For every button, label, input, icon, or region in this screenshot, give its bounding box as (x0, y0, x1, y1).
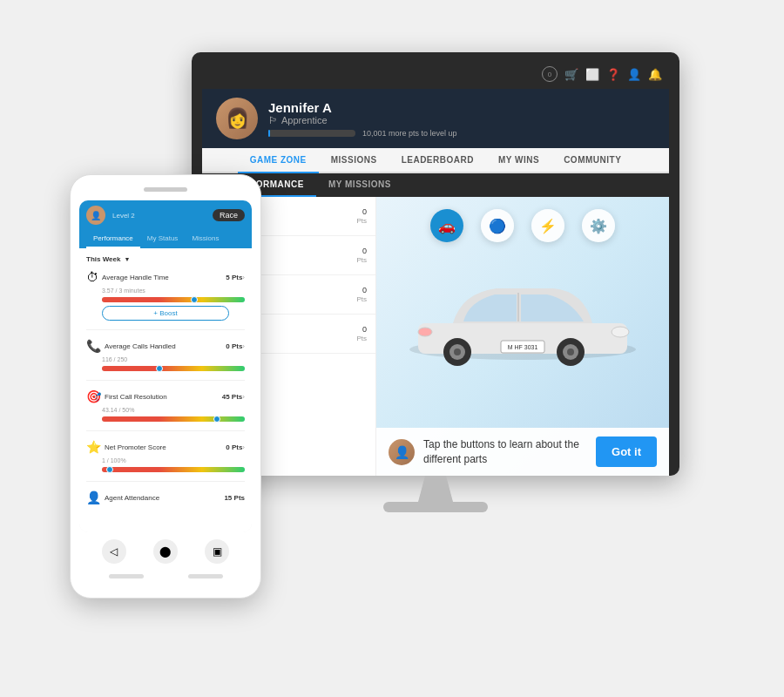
xp-bar (268, 130, 355, 137)
metric-pts: 0 Pts (356, 207, 367, 225)
phone-speaker (144, 187, 187, 192)
car-svg: M HF 3031 (401, 267, 645, 371)
metric-progress-bar (102, 297, 245, 302)
metric-sub: 1 / 100% (102, 457, 245, 464)
metric-nps: ⭐ Net Promoter Score 0 Pts › 1 / 100% (86, 440, 245, 482)
nav-missions[interactable]: MISSIONS (319, 148, 389, 173)
main-content: 0 Series 0 Pts wledge (202, 197, 669, 476)
nav-game-zone[interactable]: GAME ZONE (238, 148, 319, 173)
phone-outer: 👤 Level 2 Race Performance My Status Mis… (70, 174, 261, 599)
person-icon: 👤 (86, 491, 101, 504)
svg-point-3 (612, 327, 629, 337)
chevron-right-icon: › (242, 443, 245, 451)
car-part-button-3[interactable]: ⚡ (531, 209, 564, 242)
profile-info: Jennifer A 🏳 Apprentice 10,001 more pts … (268, 100, 655, 138)
chevron-down-icon: ▼ (124, 256, 130, 262)
monitor-top-bar: 0 🛒 ⬜ ❓ 👤 🔔 (202, 63, 669, 89)
got-it-button[interactable]: Got it (596, 436, 657, 467)
target-icon: 🎯 (86, 389, 101, 403)
svg-point-10 (567, 348, 574, 355)
hw-button-left (109, 574, 144, 579)
metric-sub: 3.57 / 3 minutes (102, 288, 245, 294)
metric-attendance: 👤 Agent Attendance 15 Pts (86, 491, 245, 517)
hw-button-right (188, 574, 223, 579)
svg-text:M HF 3031: M HF 3031 (508, 344, 538, 350)
phone-bottom-buttons (79, 567, 252, 585)
metric-pts: 0 Pts (356, 286, 367, 303)
metric-progress-bar (102, 416, 245, 422)
star-icon: ⭐ (86, 440, 101, 454)
mobile-phone: 👤 Level 2 Race Performance My Status Mis… (70, 174, 261, 599)
user-icon[interactable]: 👤 (627, 68, 641, 81)
metric-handle-time: ⏱ Average Handle Time 5 Pts › 3.57 / 3 m… (86, 270, 245, 330)
points-dot: 0 (542, 66, 558, 82)
metric-header: 📞 Average Calls Handled 0 Pts › (86, 339, 245, 353)
tooltip-overlay: 👤 Tap the buttons to learn about the dif… (376, 428, 669, 476)
phone-body: This Week ▼ ⏱ Average Handle Time 5 Pts … (79, 248, 252, 532)
phone-tabs: Performance My Status Missions (79, 230, 252, 248)
phone-home-bar: ◁ ⬤ ▣ (79, 532, 252, 567)
cart-icon[interactable]: 🛒 (564, 68, 578, 81)
tab-missions[interactable]: Missions (185, 230, 226, 248)
car-image: M HF 3031 (376, 249, 669, 389)
main-nav: GAME ZONE MISSIONS LEADERBOARD MY WINS C… (202, 148, 669, 173)
monitor-stand (192, 476, 679, 512)
phone-avatar: 👤 (86, 206, 105, 225)
profile-name: Jennifer A (268, 100, 655, 115)
metric-header: ⭐ Net Promoter Score 0 Pts › (86, 440, 245, 454)
stand-neck (418, 476, 453, 502)
xp-label: 10,001 more pts to level up (362, 129, 457, 138)
svg-point-7 (454, 348, 461, 355)
metric-fcr: 🎯 First Call Resolution 45 Pts › 43.14 /… (86, 389, 245, 431)
rank-flag-icon: 🏳 (268, 115, 278, 125)
profile-rank: 🏳 Apprentice (268, 115, 655, 125)
back-button[interactable]: ◁ (102, 539, 126, 564)
car-part-button-4[interactable]: ⚙️ (582, 209, 615, 242)
xp-bar-fill (268, 130, 270, 137)
home-button[interactable]: ⬤ (153, 539, 178, 564)
phone-screen: 👤 Level 2 Race Performance My Status Mis… (79, 200, 252, 532)
race-badge: Race (213, 209, 245, 221)
car-icons-row: 🚗 🔵 ⚡ ⚙️ (376, 197, 669, 249)
monitor-screen: 👩 Jennifer A 🏳 Apprentice 10,001 more pt… (202, 89, 669, 476)
svg-point-4 (418, 328, 432, 336)
avatar-image: 👩 (226, 107, 249, 130)
bell-icon[interactable]: 🔔 (648, 68, 662, 81)
metric-pts: 0 Pts (356, 247, 367, 264)
chevron-right-icon: › (242, 342, 245, 350)
chevron-right-icon: › (242, 274, 245, 281)
level-text: Level 2 (112, 212, 135, 220)
profile-progress-row: 10,001 more pts to level up (268, 129, 655, 138)
timer-icon: ⏱ (86, 270, 98, 284)
monitor-screen-outer: 0 🛒 ⬜ ❓ 👤 🔔 👩 Jennifer A 🏳 Apprentice (192, 52, 679, 476)
tooltip-avatar: 👤 (389, 439, 415, 465)
sub-nav-missions[interactable]: MY MISSIONS (316, 173, 403, 197)
metric-sub: 116 / 250 (102, 356, 245, 362)
avatar: 👩 (216, 98, 258, 139)
recents-button[interactable]: ▣ (205, 539, 229, 564)
car-part-button-2[interactable]: 🔵 (481, 209, 514, 242)
sub-nav: MY PERFORMANCE MY MISSIONS (202, 173, 669, 197)
nav-leaderboard[interactable]: LEADERBOARD (389, 148, 486, 173)
metric-progress-bar (102, 366, 245, 371)
car-part-button-1[interactable]: 🚗 (430, 209, 463, 242)
metric-sub: 43.14 / 50% (102, 407, 245, 413)
car-panel: 🚗 🔵 ⚡ ⚙️ (376, 197, 669, 476)
nav-community[interactable]: COMMUNITY (551, 148, 633, 173)
boost-button[interactable]: + Boost (102, 306, 229, 321)
tab-performance[interactable]: Performance (86, 230, 140, 248)
nav-my-wins[interactable]: MY WINS (486, 148, 551, 173)
metric-progress-bar (102, 467, 245, 472)
monitor: 0 🛒 ⬜ ❓ 👤 🔔 👩 Jennifer A 🏳 Apprentice (192, 52, 679, 512)
metric-header: ⏱ Average Handle Time 5 Pts › (86, 270, 245, 284)
tab-my-status[interactable]: My Status (140, 230, 186, 248)
metric-calls-handled: 📞 Average Calls Handled 0 Pts › 116 / 25… (86, 339, 245, 381)
chevron-right-icon: › (242, 393, 245, 401)
phone-header: 👤 Level 2 Race (79, 200, 252, 230)
metric-header: 👤 Agent Attendance 15 Pts (86, 491, 245, 504)
help-icon[interactable]: ❓ (606, 68, 620, 81)
calls-icon: 📞 (86, 339, 101, 353)
monitor-icon[interactable]: ⬜ (585, 68, 599, 81)
week-filter[interactable]: This Week ▼ (86, 255, 245, 263)
profile-bar: 👩 Jennifer A 🏳 Apprentice 10,001 more pt… (202, 89, 669, 148)
